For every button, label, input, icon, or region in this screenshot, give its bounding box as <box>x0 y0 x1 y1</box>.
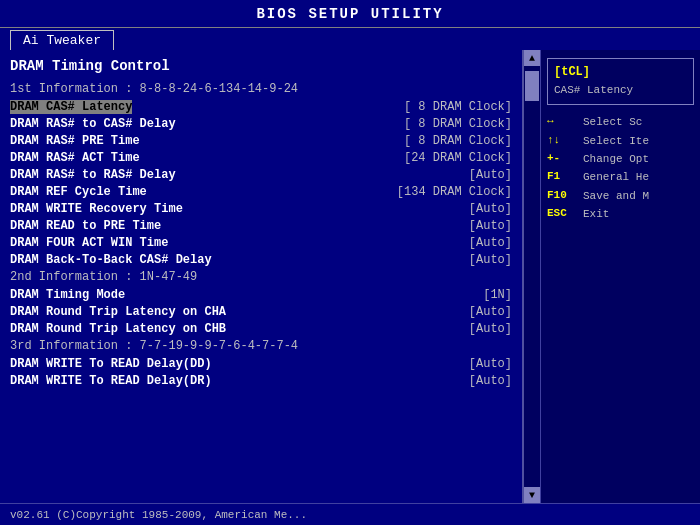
setting-row[interactable]: DRAM CAS# Latency [ 8 DRAM Clock] <box>10 100 512 114</box>
setting-label: DRAM READ to PRE Time <box>10 219 161 233</box>
setting-value: [Auto] <box>469 168 512 182</box>
key-desc: Change Opt <box>583 152 649 166</box>
setting-row[interactable]: DRAM READ to PRE Time [Auto] <box>10 219 512 233</box>
bios-screen: BIOS SETUP UTILITY Ai Tweaker DRAM Timin… <box>0 0 700 525</box>
setting-value: [Auto] <box>469 253 512 267</box>
setting-row[interactable]: DRAM RAS# to CAS# Delay [ 8 DRAM Clock] <box>10 117 512 131</box>
scrollbar-down-button[interactable]: ▼ <box>524 487 540 503</box>
key-row: ↔ Select Sc <box>547 115 694 129</box>
key-desc: Exit <box>583 207 609 221</box>
setting-row[interactable]: DRAM Round Trip Latency on CHA [Auto] <box>10 305 512 319</box>
key-row: F10 Save and M <box>547 189 694 203</box>
setting-value: [ 8 DRAM Clock] <box>404 100 512 114</box>
setting-value: [Auto] <box>469 236 512 250</box>
setting-value: [1N] <box>483 288 512 302</box>
setting-value: [ 8 DRAM Clock] <box>404 134 512 148</box>
setting-value: [ 8 DRAM Clock] <box>404 117 512 131</box>
bottom-bar: v02.61 (C)Copyright 1985-2009, American … <box>0 503 700 525</box>
setting-label: DRAM WRITE To READ Delay(DR) <box>10 374 212 388</box>
key-row: ESC Exit <box>547 207 694 221</box>
setting-row[interactable]: DRAM RAS# to RAS# Delay [Auto] <box>10 168 512 182</box>
key-desc: General He <box>583 170 649 184</box>
setting-value: [Auto] <box>469 305 512 319</box>
setting-label: DRAM WRITE Recovery Time <box>10 202 183 216</box>
setting-label: DRAM Timing Mode <box>10 288 125 302</box>
main-content: DRAM Timing Control 1st Information : 8-… <box>0 50 700 503</box>
help-desc: CAS# Latency <box>554 83 687 98</box>
setting-value: [24 DRAM Clock] <box>404 151 512 165</box>
key-desc: Select Sc <box>583 115 642 129</box>
info-line-2: 2nd Information : 1N-47-49 <box>10 270 512 284</box>
key-row: +- Change Opt <box>547 152 694 166</box>
key-desc: Select Ite <box>583 134 649 148</box>
scrollbar-track <box>524 66 540 487</box>
version-text: v02.61 (C)Copyright 1985-2009, American … <box>10 509 307 521</box>
info-line-3: 3rd Information : 7-7-19-9-9-7-6-4-7-7-4 <box>10 339 512 353</box>
header-title: BIOS SETUP UTILITY <box>256 6 443 22</box>
setting-row[interactable]: DRAM WRITE To READ Delay(DD) [Auto] <box>10 357 512 371</box>
setting-label: DRAM CAS# Latency <box>10 100 132 114</box>
help-title: [tCL] <box>554 65 687 79</box>
tab-area: Ai Tweaker <box>0 28 700 50</box>
setting-row[interactable]: DRAM RAS# PRE Time [ 8 DRAM Clock] <box>10 134 512 148</box>
setting-label: DRAM REF Cycle Time <box>10 185 147 199</box>
setting-label: DRAM Round Trip Latency on CHB <box>10 322 226 336</box>
setting-label: DRAM RAS# to CAS# Delay <box>10 117 176 131</box>
key-name: F1 <box>547 170 583 182</box>
section-title: DRAM Timing Control <box>10 58 512 74</box>
setting-row[interactable]: DRAM WRITE Recovery Time [Auto] <box>10 202 512 216</box>
scrollbar[interactable]: ▲ ▼ <box>524 50 540 503</box>
scrollbar-up-button[interactable]: ▲ <box>524 50 540 66</box>
setting-label: DRAM WRITE To READ Delay(DD) <box>10 357 212 371</box>
info-line-1: 1st Information : 8-8-8-24-6-134-14-9-24 <box>10 82 512 96</box>
setting-label: DRAM Round Trip Latency on CHA <box>10 305 226 319</box>
setting-label: DRAM RAS# PRE Time <box>10 134 140 148</box>
setting-label: DRAM RAS# ACT Time <box>10 151 140 165</box>
key-name: +- <box>547 152 583 164</box>
setting-row[interactable]: DRAM Back-To-Back CAS# Delay [Auto] <box>10 253 512 267</box>
right-panel: [tCL] CAS# Latency ↔ Select Sc ↑↓ Select… <box>540 50 700 503</box>
setting-row[interactable]: DRAM RAS# ACT Time [24 DRAM Clock] <box>10 151 512 165</box>
setting-label: DRAM FOUR ACT WIN Time <box>10 236 168 250</box>
setting-row[interactable]: DRAM FOUR ACT WIN Time [Auto] <box>10 236 512 250</box>
setting-value: [Auto] <box>469 357 512 371</box>
setting-row[interactable]: DRAM Round Trip Latency on CHB [Auto] <box>10 322 512 336</box>
setting-row[interactable]: DRAM Timing Mode [1N] <box>10 288 512 302</box>
scrollbar-thumb[interactable] <box>525 71 539 101</box>
key-name: ↑↓ <box>547 134 583 146</box>
setting-value: [Auto] <box>469 219 512 233</box>
key-name: ESC <box>547 207 583 219</box>
setting-value: [Auto] <box>469 374 512 388</box>
key-help: ↔ Select Sc ↑↓ Select Ite +- Change Opt … <box>547 115 694 221</box>
help-box: [tCL] CAS# Latency <box>547 58 694 105</box>
setting-value: [Auto] <box>469 202 512 216</box>
setting-row[interactable]: DRAM WRITE To READ Delay(DR) [Auto] <box>10 374 512 388</box>
key-row: ↑↓ Select Ite <box>547 134 694 148</box>
setting-label: DRAM RAS# to RAS# Delay <box>10 168 176 182</box>
setting-value: [134 DRAM Clock] <box>397 185 512 199</box>
key-name: ↔ <box>547 115 583 127</box>
key-name: F10 <box>547 189 583 201</box>
header-bar: BIOS SETUP UTILITY <box>0 0 700 28</box>
setting-row[interactable]: DRAM REF Cycle Time [134 DRAM Clock] <box>10 185 512 199</box>
setting-value: [Auto] <box>469 322 512 336</box>
setting-label: DRAM Back-To-Back CAS# Delay <box>10 253 212 267</box>
left-panel: DRAM Timing Control 1st Information : 8-… <box>0 50 524 503</box>
key-row: F1 General He <box>547 170 694 184</box>
tab-ai-tweaker[interactable]: Ai Tweaker <box>10 30 114 50</box>
key-desc: Save and M <box>583 189 649 203</box>
